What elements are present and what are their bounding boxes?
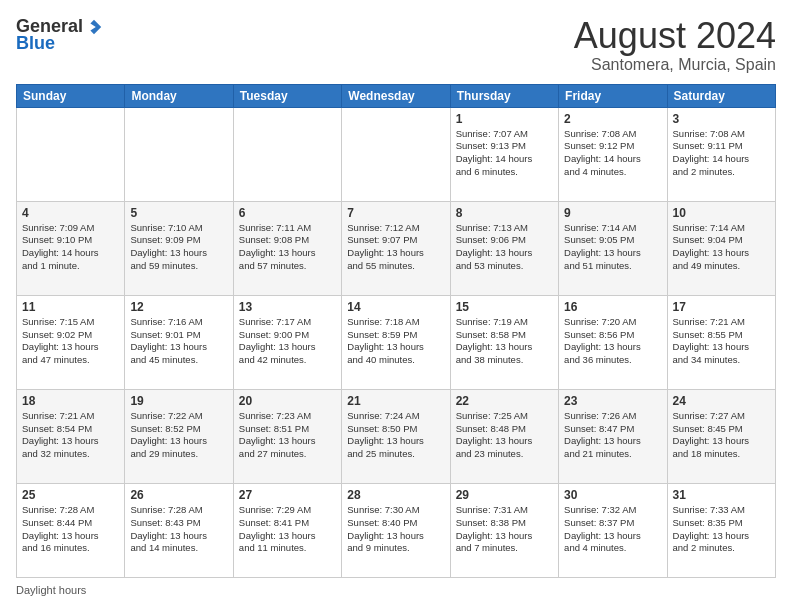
calendar-cell: 27Sunrise: 7:29 AM Sunset: 8:41 PM Dayli… [233,483,341,577]
calendar-cell: 14Sunrise: 7:18 AM Sunset: 8:59 PM Dayli… [342,295,450,389]
day-number: 9 [564,206,661,220]
day-number: 20 [239,394,336,408]
day-number: 10 [673,206,770,220]
day-info: Sunrise: 7:23 AM Sunset: 8:51 PM Dayligh… [239,410,336,461]
day-number: 22 [456,394,553,408]
day-info: Sunrise: 7:27 AM Sunset: 8:45 PM Dayligh… [673,410,770,461]
day-number: 27 [239,488,336,502]
page: General Blue August 2024 Santomera, Murc… [0,0,792,612]
logo: General Blue [16,16,103,54]
calendar-cell [342,107,450,201]
day-info: Sunrise: 7:17 AM Sunset: 9:00 PM Dayligh… [239,316,336,367]
col-header-friday: Friday [559,84,667,107]
day-info: Sunrise: 7:19 AM Sunset: 8:58 PM Dayligh… [456,316,553,367]
day-info: Sunrise: 7:16 AM Sunset: 9:01 PM Dayligh… [130,316,227,367]
calendar-cell: 15Sunrise: 7:19 AM Sunset: 8:58 PM Dayli… [450,295,558,389]
calendar-cell: 6Sunrise: 7:11 AM Sunset: 9:08 PM Daylig… [233,201,341,295]
day-number: 18 [22,394,119,408]
day-info: Sunrise: 7:08 AM Sunset: 9:12 PM Dayligh… [564,128,661,179]
day-number: 31 [673,488,770,502]
calendar-week-4: 25Sunrise: 7:28 AM Sunset: 8:44 PM Dayli… [17,483,776,577]
day-number: 3 [673,112,770,126]
col-header-wednesday: Wednesday [342,84,450,107]
day-info: Sunrise: 7:26 AM Sunset: 8:47 PM Dayligh… [564,410,661,461]
calendar-cell: 7Sunrise: 7:12 AM Sunset: 9:07 PM Daylig… [342,201,450,295]
day-number: 21 [347,394,444,408]
day-info: Sunrise: 7:15 AM Sunset: 9:02 PM Dayligh… [22,316,119,367]
day-number: 1 [456,112,553,126]
day-number: 23 [564,394,661,408]
day-number: 30 [564,488,661,502]
logo-icon [85,18,103,36]
month-title: August 2024 [574,16,776,56]
calendar-cell: 13Sunrise: 7:17 AM Sunset: 9:00 PM Dayli… [233,295,341,389]
calendar-week-1: 4Sunrise: 7:09 AM Sunset: 9:10 PM Daylig… [17,201,776,295]
day-info: Sunrise: 7:29 AM Sunset: 8:41 PM Dayligh… [239,504,336,555]
col-header-saturday: Saturday [667,84,775,107]
calendar-cell [17,107,125,201]
day-info: Sunrise: 7:14 AM Sunset: 9:05 PM Dayligh… [564,222,661,273]
day-info: Sunrise: 7:09 AM Sunset: 9:10 PM Dayligh… [22,222,119,273]
day-number: 6 [239,206,336,220]
calendar-cell: 24Sunrise: 7:27 AM Sunset: 8:45 PM Dayli… [667,389,775,483]
calendar-cell: 29Sunrise: 7:31 AM Sunset: 8:38 PM Dayli… [450,483,558,577]
day-number: 2 [564,112,661,126]
day-info: Sunrise: 7:32 AM Sunset: 8:37 PM Dayligh… [564,504,661,555]
day-number: 24 [673,394,770,408]
col-header-monday: Monday [125,84,233,107]
calendar-cell: 3Sunrise: 7:08 AM Sunset: 9:11 PM Daylig… [667,107,775,201]
day-number: 28 [347,488,444,502]
day-number: 29 [456,488,553,502]
calendar-week-3: 18Sunrise: 7:21 AM Sunset: 8:54 PM Dayli… [17,389,776,483]
day-number: 15 [456,300,553,314]
day-info: Sunrise: 7:22 AM Sunset: 8:52 PM Dayligh… [130,410,227,461]
footer-note: Daylight hours [16,584,776,596]
calendar-table: SundayMondayTuesdayWednesdayThursdayFrid… [16,84,776,578]
day-number: 19 [130,394,227,408]
header: General Blue August 2024 Santomera, Murc… [16,16,776,74]
day-info: Sunrise: 7:30 AM Sunset: 8:40 PM Dayligh… [347,504,444,555]
calendar-cell: 12Sunrise: 7:16 AM Sunset: 9:01 PM Dayli… [125,295,233,389]
calendar-cell [125,107,233,201]
day-info: Sunrise: 7:18 AM Sunset: 8:59 PM Dayligh… [347,316,444,367]
day-info: Sunrise: 7:13 AM Sunset: 9:06 PM Dayligh… [456,222,553,273]
calendar-cell: 28Sunrise: 7:30 AM Sunset: 8:40 PM Dayli… [342,483,450,577]
location-title: Santomera, Murcia, Spain [574,56,776,74]
day-info: Sunrise: 7:25 AM Sunset: 8:48 PM Dayligh… [456,410,553,461]
day-number: 8 [456,206,553,220]
calendar-cell: 25Sunrise: 7:28 AM Sunset: 8:44 PM Dayli… [17,483,125,577]
title-block: August 2024 Santomera, Murcia, Spain [574,16,776,74]
calendar-cell: 17Sunrise: 7:21 AM Sunset: 8:55 PM Dayli… [667,295,775,389]
calendar-cell: 21Sunrise: 7:24 AM Sunset: 8:50 PM Dayli… [342,389,450,483]
day-number: 12 [130,300,227,314]
calendar-cell: 16Sunrise: 7:20 AM Sunset: 8:56 PM Dayli… [559,295,667,389]
day-info: Sunrise: 7:28 AM Sunset: 8:44 PM Dayligh… [22,504,119,555]
calendar-week-2: 11Sunrise: 7:15 AM Sunset: 9:02 PM Dayli… [17,295,776,389]
calendar-cell: 19Sunrise: 7:22 AM Sunset: 8:52 PM Dayli… [125,389,233,483]
calendar-cell: 23Sunrise: 7:26 AM Sunset: 8:47 PM Dayli… [559,389,667,483]
calendar-cell [233,107,341,201]
calendar-cell: 4Sunrise: 7:09 AM Sunset: 9:10 PM Daylig… [17,201,125,295]
day-info: Sunrise: 7:12 AM Sunset: 9:07 PM Dayligh… [347,222,444,273]
calendar-cell: 9Sunrise: 7:14 AM Sunset: 9:05 PM Daylig… [559,201,667,295]
calendar-cell: 10Sunrise: 7:14 AM Sunset: 9:04 PM Dayli… [667,201,775,295]
day-number: 14 [347,300,444,314]
calendar-cell: 1Sunrise: 7:07 AM Sunset: 9:13 PM Daylig… [450,107,558,201]
day-number: 25 [22,488,119,502]
day-number: 11 [22,300,119,314]
day-info: Sunrise: 7:31 AM Sunset: 8:38 PM Dayligh… [456,504,553,555]
day-number: 17 [673,300,770,314]
calendar-cell: 30Sunrise: 7:32 AM Sunset: 8:37 PM Dayli… [559,483,667,577]
day-info: Sunrise: 7:28 AM Sunset: 8:43 PM Dayligh… [130,504,227,555]
day-info: Sunrise: 7:21 AM Sunset: 8:54 PM Dayligh… [22,410,119,461]
calendar-cell: 8Sunrise: 7:13 AM Sunset: 9:06 PM Daylig… [450,201,558,295]
col-header-sunday: Sunday [17,84,125,107]
day-info: Sunrise: 7:24 AM Sunset: 8:50 PM Dayligh… [347,410,444,461]
calendar-cell: 31Sunrise: 7:33 AM Sunset: 8:35 PM Dayli… [667,483,775,577]
day-number: 26 [130,488,227,502]
day-number: 16 [564,300,661,314]
calendar-cell: 2Sunrise: 7:08 AM Sunset: 9:12 PM Daylig… [559,107,667,201]
day-info: Sunrise: 7:11 AM Sunset: 9:08 PM Dayligh… [239,222,336,273]
day-number: 13 [239,300,336,314]
day-info: Sunrise: 7:07 AM Sunset: 9:13 PM Dayligh… [456,128,553,179]
